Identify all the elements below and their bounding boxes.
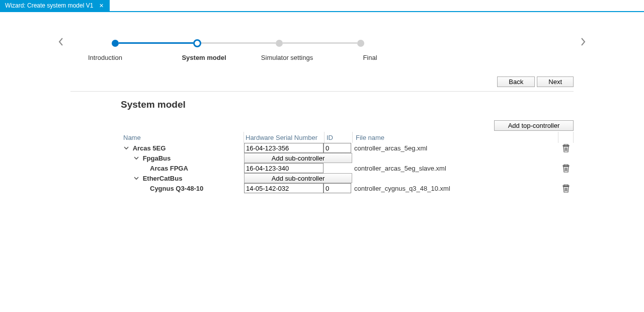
tree-row-fpgabus: FpgaBus Add sub-controller [121,153,574,163]
stepper [112,39,364,47]
step-label-simulator-settings: Simulator settings [246,54,329,61]
chevron-down-icon[interactable] [123,144,130,152]
step-label-introduction: Introduction [88,54,163,61]
tab-bar: Wizard: Create system model V1 × [0,0,644,12]
step-labels: Introduction System model Simulator sett… [103,54,589,61]
chevron-down-icon[interactable] [133,154,140,162]
tree-row-ethercatbus: EtherCatBus Add sub-controller [121,173,574,183]
hw-serial-input[interactable] [244,143,324,153]
system-model-grid: Name Hardware Serial Number ID File name… [121,132,574,193]
delete-button[interactable] [558,164,574,173]
delete-button[interactable] [558,184,574,193]
tree-row-arcas-fpga: Arcas FPGA controller_arcas_5eg_slave.xm… [121,163,574,173]
tree-label[interactable]: Cygnus Q3-48-10 [150,185,203,192]
tree-label[interactable]: Arcas FPGA [150,165,188,172]
step-label-final: Final [329,54,412,61]
tree-row-arcas-5eg: Arcas 5EG controller_arcas_5eg.xml [121,143,574,153]
step-label-system-model: System model [163,54,246,61]
step-dot-final[interactable] [357,40,364,47]
close-icon[interactable]: × [98,2,104,10]
step-line [283,42,357,44]
divider [70,91,574,92]
tree-label[interactable]: EtherCatBus [143,175,183,182]
hw-serial-input[interactable] [244,163,324,173]
col-hw: Hardware Serial Number [244,132,325,143]
back-button[interactable]: Back [497,76,535,87]
tree-label[interactable]: Arcas 5EG [133,144,166,152]
step-dot-introduction[interactable] [112,40,119,47]
id-input[interactable] [324,183,351,193]
step-dot-simulator-settings[interactable] [276,40,283,47]
stepper-next-icon[interactable] [578,37,589,49]
tab-title: Wizard: Create system model V1 [5,2,93,9]
add-sub-controller-button[interactable]: Add sub-controller [244,173,352,183]
tree-label[interactable]: FpgaBus [143,154,171,162]
delete-button[interactable] [558,143,574,152]
col-delete [558,132,574,143]
step-line [119,42,193,44]
col-name: Name [121,132,244,143]
col-id: ID [325,132,353,143]
tab-wizard[interactable]: Wizard: Create system model V1 × [0,0,110,11]
id-input[interactable] [324,143,351,153]
col-file: File name [353,132,558,143]
file-name: controller_cygnus_q3_48_10.xml [351,185,558,192]
hw-serial-input[interactable] [244,183,324,193]
step-dot-system-model[interactable] [193,39,201,47]
next-button[interactable]: Next [537,76,574,87]
file-name: controller_arcas_5eg.xml [351,144,558,152]
step-line [201,42,276,44]
chevron-down-icon[interactable] [133,175,140,182]
stepper-prev-icon[interactable] [55,37,66,49]
add-sub-controller-button[interactable]: Add sub-controller [244,153,352,163]
tree-row-cygnus: Cygnus Q3-48-10 controller_cygnus_q3_48_… [121,183,574,193]
file-name: controller_arcas_5eg_slave.xml [351,165,558,172]
grid-header: Name Hardware Serial Number ID File name [121,132,574,143]
add-top-controller-button[interactable]: Add top-controller [494,120,574,131]
page-title: System model [121,99,589,110]
